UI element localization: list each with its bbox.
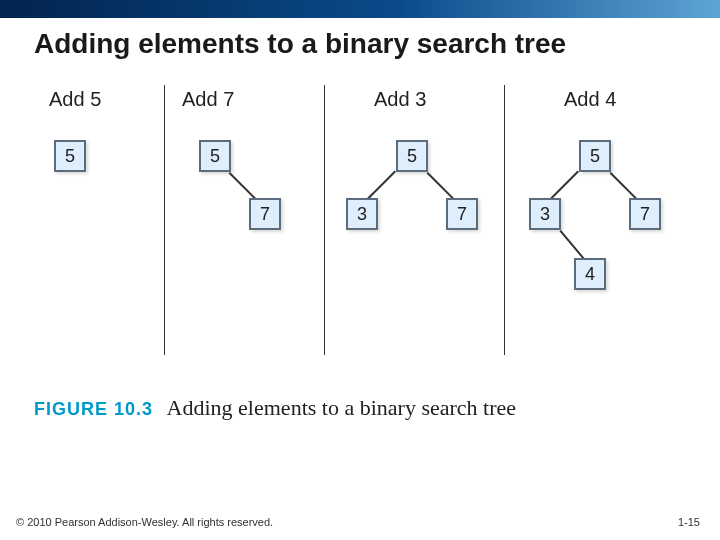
column-divider	[164, 85, 165, 355]
column-divider	[504, 85, 505, 355]
column-label: Add 3	[374, 88, 426, 111]
tree-node: 3	[346, 198, 378, 230]
tree-node: 5	[54, 140, 86, 172]
tree-node: 7	[249, 198, 281, 230]
column-divider	[324, 85, 325, 355]
figure-area: Add 5 Add 7 Add 3 Add 4 5 5 7 5 3 7 5 3 …	[34, 80, 674, 380]
tree-node: 4	[574, 258, 606, 290]
page-number: 1-15	[678, 516, 700, 528]
header-accent-bar	[0, 0, 720, 18]
column-label: Add 4	[564, 88, 616, 111]
tree-node: 7	[629, 198, 661, 230]
figure-caption: FIGURE 10.3 Adding elements to a binary …	[34, 395, 516, 421]
copyright-text: © 2010 Pearson Addison-Wesley. All right…	[16, 516, 273, 528]
tree-node: 5	[396, 140, 428, 172]
tree-node: 7	[446, 198, 478, 230]
slide-title: Adding elements to a binary search tree	[34, 28, 566, 60]
column-label: Add 7	[182, 88, 234, 111]
tree-node: 3	[529, 198, 561, 230]
column-label: Add 5	[49, 88, 101, 111]
figure-title: Adding elements to a binary search tree	[167, 395, 516, 420]
tree-node: 5	[199, 140, 231, 172]
figure-number: FIGURE 10.3	[34, 399, 153, 419]
tree-node: 5	[579, 140, 611, 172]
